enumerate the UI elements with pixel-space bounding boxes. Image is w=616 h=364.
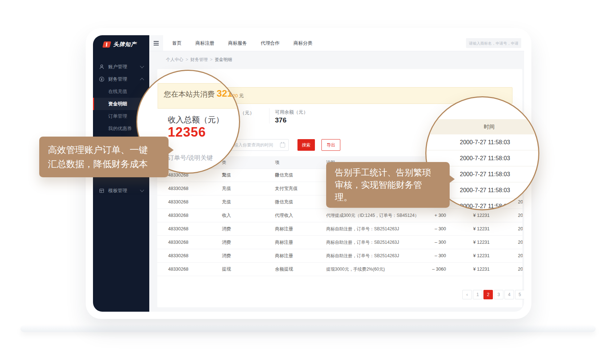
cell-order-no: 48330268: [168, 209, 189, 222]
pagination-page-5[interactable]: 5: [515, 290, 524, 299]
income-total-value: 12356: [168, 125, 206, 140]
cell-balance: ¥ 12231: [457, 249, 490, 262]
breadcrumb-item[interactable]: 财务管理: [190, 57, 208, 62]
cell-description: 代理提成300元（ID:1245，订单号：SB45124）: [326, 209, 419, 222]
cell-project: 代理收入: [275, 209, 293, 222]
cell-time: 2000-7-27 11:58:03: [518, 222, 523, 235]
sidebar-item-0[interactable]: 账户管理: [93, 61, 149, 73]
cell-amount: – 3060: [412, 263, 446, 276]
sidebar-item-label: 资金明细: [108, 101, 127, 107]
cell-amount: – 300: [412, 236, 446, 249]
pagination-page-3[interactable]: 3: [494, 290, 503, 299]
cell-order-no: 48330268: [168, 249, 189, 262]
table-row[interactable]: 48330268消费商标注册商标自助注册，订单号：SB2514263J– 300…: [157, 236, 522, 249]
sidebar-item-label: 账户管理: [108, 64, 127, 70]
finance-icon: [99, 76, 105, 82]
cell-time: 2000-7-27 11:58:03: [518, 263, 523, 276]
sidebar-item-label: 在线充值: [108, 88, 127, 95]
table-row[interactable]: 48330268消费商标注册商标自助注册，订单号：SB2514263J– 300…: [157, 249, 522, 263]
calendar-icon: [280, 143, 285, 147]
available-balance-label: 可用余额（元）: [275, 109, 308, 116]
pagination-page-2[interactable]: 2: [483, 290, 493, 299]
callout-right-line: 审核，实现智能财务管: [335, 179, 441, 191]
cell-type: 提现: [222, 263, 231, 276]
callout-right: 告别手工统计、告别繁琐审核，实现智能财务管理。: [326, 162, 450, 208]
sidebar-item-label: 订单管理: [108, 113, 127, 120]
income-total-label: 收入总额（元）: [168, 114, 224, 125]
pagination-page-4[interactable]: 4: [504, 290, 514, 299]
consumption-unit: 元: [238, 93, 244, 98]
callout-arrow-icon: [168, 146, 174, 154]
menu-hamburger-icon[interactable]: [149, 35, 163, 51]
sidebar-item-label: 我的优惠券: [108, 125, 132, 132]
sidebar-item-label: 模板管理: [108, 187, 127, 194]
cell-project: 微信充值: [275, 169, 293, 182]
pagination-page-1[interactable]: 1: [473, 290, 482, 299]
chevron-up-icon: [140, 78, 144, 82]
chevron-down-icon: ∨: [276, 156, 279, 169]
template-icon: [99, 188, 105, 194]
breadcrumb-separator: >: [210, 57, 212, 62]
nav-link-4[interactable]: 商标分类: [287, 40, 319, 46]
top-navbar: 首页商标注册商标服务代理合作商标分类: [149, 35, 524, 51]
cell-order-no: 48330268: [168, 263, 189, 276]
cell-balance: ¥ 12231: [457, 236, 490, 249]
cell-balance: ¥ 12231: [457, 222, 490, 235]
search-button[interactable]: 搜索: [297, 139, 315, 151]
sidebar-item-1[interactable]: 财务管理: [93, 73, 149, 85]
cell-order-no: 48330268: [168, 222, 189, 235]
brand-name: 头牌知产: [113, 41, 137, 48]
sidebar-item-2[interactable]: 在线充值: [93, 85, 149, 98]
cell-project: 余额提现: [275, 263, 293, 276]
chevron-down-icon: [140, 188, 144, 192]
cell-amount: – 300: [412, 249, 446, 262]
callout-left: 高效管理账户订单、一键汇总数据，降低财务成本: [39, 137, 169, 177]
brand-logo-icon: [102, 41, 111, 48]
cell-order-no: 48330268: [168, 236, 189, 249]
magnified-time-value: 2000-7-27 11:58:03: [426, 134, 538, 150]
cell-project: 微信充值: [275, 195, 293, 209]
chevron-down-icon: [140, 64, 144, 68]
cell-type: 消费: [222, 249, 231, 262]
cell-description: 商标自助注册，订单号：SB2514263J: [326, 249, 399, 262]
cell-time: 2000-7-27 11:58:03: [518, 209, 523, 222]
magnified-banner-text: 您在本站共消费: [164, 90, 217, 98]
pagination: ‹12345: [462, 290, 524, 299]
table-row[interactable]: 48330268收入代理收入代理提成300元（ID:1245，订单号：SB451…: [157, 209, 522, 222]
user-icon: [99, 64, 105, 70]
cell-balance: ¥ 12231: [457, 263, 490, 276]
breadcrumb-separator: >: [186, 57, 188, 62]
callout-right-line: 理。: [335, 191, 441, 203]
callout-left-line: 高效管理账户订单、一键: [48, 143, 160, 157]
breadcrumb-item[interactable]: 个人中心: [166, 57, 183, 62]
cell-description: 商标自助注册，订单号：SB2514263J: [326, 222, 399, 235]
table-row[interactable]: 48330268提现余额提现提现3000元，手续费2%(60元)– 3060¥ …: [157, 263, 522, 276]
magnified-time-header: 时间: [426, 119, 538, 134]
nav-link-0[interactable]: 首页: [165, 40, 189, 46]
export-button[interactable]: 导出: [321, 139, 340, 151]
cell-type: 充值: [222, 169, 231, 182]
cell-project: 商标注册: [275, 249, 293, 262]
cell-project: 商标注册: [275, 236, 293, 249]
cell-description: 提现3000元，手续费2%(60元): [326, 263, 385, 276]
table-row[interactable]: 48330268消费商标注册商标自助注册，订单号：SB2514263J– 300…: [157, 222, 522, 236]
keyword-input-placeholder-fragment: 订单号/说明关键: [168, 154, 213, 162]
nav-links: 首页商标注册商标服务代理合作商标分类: [165, 35, 319, 51]
cell-description: 商标自助注册，订单号：SB2514263J: [326, 236, 399, 249]
cell-type: 充值: [222, 195, 231, 209]
brand-logo[interactable]: 头牌知产: [93, 35, 149, 48]
cell-balance: ¥ 12231: [457, 209, 490, 222]
cell-amount: – 300: [412, 222, 446, 235]
stage: 头牌知产 账户管理财务管理在线充值资金明细订单管理我的优惠券我的发票模板管理 首…: [0, 0, 616, 364]
pagination-prev-button[interactable]: ‹: [462, 290, 472, 299]
nav-link-3[interactable]: 代理合作: [254, 40, 287, 46]
sidebar-item-7[interactable]: 模板管理: [93, 185, 149, 197]
cell-time: 2000-7-27 11:58:03: [518, 195, 523, 209]
cell-order-no: 48330268: [168, 182, 189, 195]
trademark-search-input[interactable]: [466, 38, 521, 48]
nav-link-2[interactable]: 商标服务: [221, 40, 254, 46]
available-balance-value: 376: [275, 116, 287, 124]
nav-link-1[interactable]: 商标注册: [189, 40, 221, 46]
callout-left-line: 汇总数据，降低财务成本: [48, 157, 160, 171]
stat-divider: [269, 108, 270, 124]
